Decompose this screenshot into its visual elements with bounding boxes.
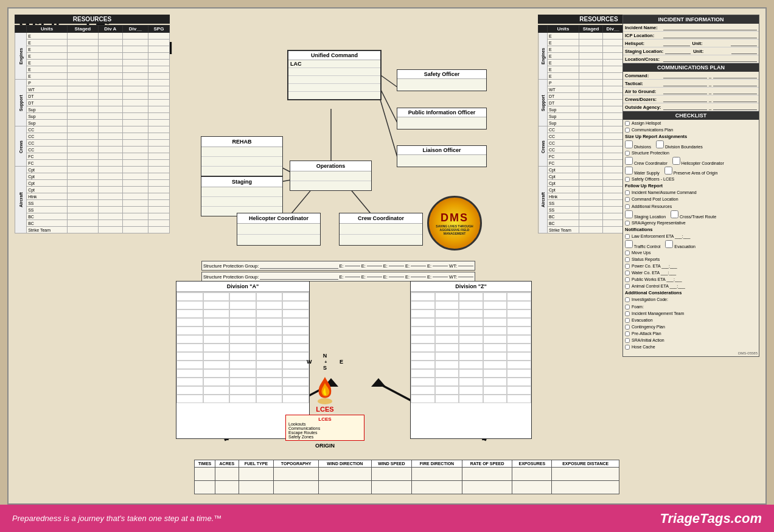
svg-point-14: [318, 398, 332, 404]
table-row: [195, 481, 619, 494]
table-row: CC: [15, 147, 170, 153]
table-row: Cpt: [15, 187, 170, 193]
dms-tagline: SAVING LIVES THROUGH AGGRESSIVE FIELD MA…: [429, 224, 480, 235]
table-row: FC: [15, 153, 170, 160]
staging-label: Staging: [201, 177, 282, 187]
unified-command-sub: LAC: [288, 60, 380, 67]
safety-officer-box: Safety Officer: [397, 69, 487, 91]
table-row: E: [15, 53, 170, 60]
resources-left-table: Units Staged Div A Div__ SPG Engines E E…: [15, 25, 170, 233]
table-row: DT: [15, 93, 170, 100]
table-row: Cpt: [15, 180, 170, 187]
col-staged: Staged: [68, 26, 99, 33]
dms-logo: DMS SAVING LIVES THROUGH AGGRESSIVE FIEL…: [427, 196, 482, 250]
table-row: [195, 468, 619, 481]
pio-box: Public Information Officer: [397, 108, 487, 130]
table-row: E: [15, 46, 170, 53]
catalog-number: DMS-05585: [623, 350, 759, 356]
compass-e: E: [340, 359, 343, 365]
compass-n: N: [307, 353, 343, 359]
comms-plan-title: COMMUNICATIONS PLAN: [623, 63, 759, 72]
liaison-label: Liaison Officer: [397, 146, 486, 154]
tagline: Preparedness is a journey that's taken o…: [12, 514, 221, 523]
table-row: Sup: [15, 106, 170, 113]
incident-name-label: Incident Name:: [625, 25, 661, 30]
resources-left: RESOURCES Units Staged Div A Div__ SPG E…: [15, 15, 170, 233]
table-row: Engines E: [15, 33, 170, 40]
division-a-label: Division "A": [176, 282, 309, 292]
operations-label: Operations: [290, 161, 371, 171]
struct-row-1: Structure Protection Group: E: E: E: E: …: [201, 261, 475, 271]
table-row: E: [15, 73, 170, 80]
incident-info-title: INCIDENT INFORMATION: [623, 15, 759, 24]
table-row: CC: [15, 133, 170, 140]
staging-location-label: Staging Location:: [625, 49, 663, 54]
table-row: CC: [15, 140, 170, 147]
rehab-label: REHAB: [201, 137, 282, 147]
heli-coordinator-label: Helicopter Coordinator: [237, 213, 320, 223]
pio-label: Public Information Officer: [397, 108, 486, 117]
table-row: BC: [15, 213, 170, 220]
staging-box: Staging: [201, 176, 283, 216]
table-row: Support P: [15, 80, 170, 86]
liaison-box: Liaison Officer: [397, 145, 487, 167]
checklist-title: CHECKLIST: [623, 111, 759, 120]
compass-w: W: [307, 359, 312, 365]
struct-label-1: Structure Protection Group:: [203, 263, 259, 269]
crew-coordinator-box: Crew Coordinator: [339, 213, 423, 246]
dms-logo-text: DMS: [441, 212, 469, 224]
resources-left-header: RESOURCES: [15, 15, 170, 24]
table-row: DT: [15, 100, 170, 106]
origin-label: ORIGIN: [285, 443, 364, 449]
helispot-label: Helispot:: [625, 41, 661, 46]
col-units: Units: [27, 26, 68, 33]
table-row: BC: [15, 220, 170, 227]
crew-coordinator-label: Crew Coordinator: [340, 213, 422, 223]
table-row: E: [15, 40, 170, 46]
table-row: E: [15, 66, 170, 73]
aircraft-label: Aircraft: [15, 167, 27, 233]
table-row: Aircraft Cpt: [15, 167, 170, 173]
struct-row-2: Structure Protection Group: E: E: E: E: …: [201, 272, 475, 282]
table-row: SS: [15, 207, 170, 213]
division-z-label: Division "Z": [411, 282, 531, 292]
table-row: E: [15, 60, 170, 66]
table-row: Strike Team: [15, 227, 170, 233]
bottom-bar: Preparedness is a journey that's taken o…: [0, 505, 774, 532]
col-diva: Div A: [98, 26, 122, 33]
col-spg: SPG: [148, 26, 169, 33]
table-row: Sup: [15, 120, 170, 126]
col-section: [15, 26, 27, 33]
lces-box: LCES Lookouts Communications Escape Rout…: [285, 415, 364, 441]
main-container: Wildland Fire Incident Command RESOURCES…: [7, 7, 767, 505]
compass: N W + E S: [307, 353, 343, 371]
weather-table: TIMES ACRES FUEL TYPE TOPOGRAPHY WIND DI…: [194, 460, 619, 494]
weather-table-wrap: TIMES ACRES FUEL TYPE TOPOGRAPHY WIND DI…: [194, 460, 619, 494]
table-row: Sup: [15, 113, 170, 120]
icp-location-label: ICP Location:: [625, 33, 661, 38]
location-cross-label: Location/Cross:: [625, 57, 661, 62]
fire-icon: [313, 374, 337, 404]
unified-command-box: Unified Command LAC: [287, 50, 382, 100]
lces-area: N W + E S LCES LCES Lookouts Communicati…: [285, 353, 364, 449]
incident-panel: INCIDENT INFORMATION Incident Name: ICP …: [622, 15, 759, 357]
unit-e1: E: [27, 33, 68, 40]
table-row: WT: [15, 86, 170, 93]
rehab-box: REHAB: [201, 136, 283, 176]
struct-label-2: Structure Protection Group:: [203, 274, 259, 280]
compass-s: S: [307, 365, 343, 371]
table-row: Cpt: [15, 173, 170, 180]
crews-label: Crews: [15, 126, 27, 167]
table-row: Crews CC: [15, 126, 170, 133]
heli-coordinator-box: Helicopter Coordinator: [237, 213, 321, 246]
svg-marker-13: [371, 378, 386, 387]
engines-label: Engines: [15, 33, 27, 80]
lces-label: LCES: [285, 406, 364, 413]
table-row: Htnk: [15, 193, 170, 200]
structure-protection: Structure Protection Group: E: E: E: E: …: [201, 261, 475, 282]
col-div: Div__: [122, 26, 148, 33]
operations-box: Operations: [290, 161, 372, 191]
support-label: Support: [15, 80, 27, 126]
table-row: SS: [15, 200, 170, 207]
safety-officer-label: Safety Officer: [397, 70, 486, 78]
